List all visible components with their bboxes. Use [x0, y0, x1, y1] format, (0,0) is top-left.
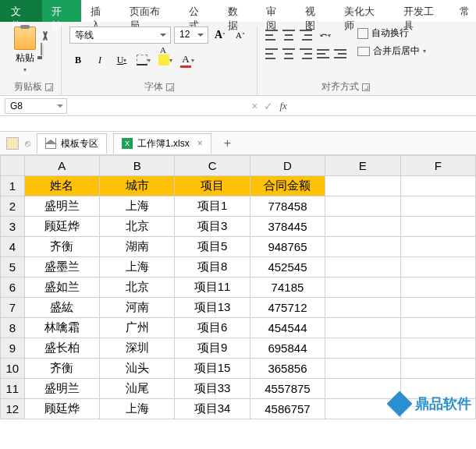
decrease-indent-icon[interactable]	[317, 48, 329, 59]
sheet-grid[interactable]: A B C D E F 1 姓名 城市 项目 合同金额 2盛明兰上海项目1778…	[0, 155, 476, 419]
cell[interactable]: 齐衡	[24, 237, 99, 257]
font-size-select[interactable]: 12	[174, 27, 208, 44]
cell[interactable]: 上海	[100, 196, 175, 217]
row-header[interactable]: 12	[1, 399, 25, 419]
col-header[interactable]: C	[175, 156, 250, 176]
align-right-icon[interactable]	[300, 48, 312, 59]
increase-indent-icon[interactable]	[334, 48, 346, 59]
cell[interactable]	[400, 298, 475, 318]
tab-data[interactable]: 数据	[218, 0, 258, 22]
cell[interactable]	[325, 237, 400, 257]
cell[interactable]: 778458	[250, 196, 325, 217]
tab-dev[interactable]: 开发工具	[394, 0, 453, 22]
cell[interactable]	[325, 359, 400, 379]
cell[interactable]: 顾廷烨	[24, 217, 99, 237]
new-tab-button[interactable]: +	[218, 133, 237, 154]
row-header[interactable]: 8	[1, 318, 25, 338]
paste-label[interactable]: 粘贴	[16, 51, 34, 65]
tab-workbook1[interactable]: X 工作簿1.xlsx ×	[113, 133, 211, 154]
cell[interactable]: 4557875	[250, 379, 325, 399]
valign-middle-icon[interactable]	[282, 30, 295, 41]
tab-template-zone[interactable]: 模板专区	[37, 133, 107, 154]
cell[interactable]: 454544	[250, 318, 325, 338]
cell[interactable]: 北京	[100, 217, 175, 237]
tab-beautify[interactable]: 美化大师	[335, 0, 394, 22]
cell[interactable]	[325, 257, 400, 278]
cell[interactable]: 林噙霜	[24, 318, 99, 338]
cell[interactable]: 盛明兰	[24, 196, 99, 217]
tab-file[interactable]: 文件	[0, 0, 42, 22]
cell[interactable]: 湖南	[100, 237, 175, 257]
row-header[interactable]: 11	[1, 379, 25, 399]
cell[interactable]	[400, 318, 475, 338]
cell[interactable]: 365856	[250, 359, 325, 379]
col-header[interactable]: D	[250, 156, 325, 176]
cell[interactable]	[325, 217, 400, 237]
col-header[interactable]: A	[24, 156, 99, 176]
row-header[interactable]: 6	[1, 278, 25, 298]
cell[interactable]	[325, 338, 400, 359]
cell[interactable]: 合同金额	[250, 176, 325, 196]
shrink-font-icon[interactable]: A˅	[232, 27, 249, 44]
cell[interactable]: 深圳	[100, 338, 175, 359]
tab-layout[interactable]: 页面布局	[120, 0, 179, 22]
cell[interactable]: 盛紘	[24, 298, 99, 318]
fx-icon[interactable]: fx	[279, 100, 286, 112]
cell[interactable]: 452545	[250, 257, 325, 278]
cell[interactable]: 盛墨兰	[24, 257, 99, 278]
italic-button[interactable]: I	[91, 51, 108, 69]
row-header[interactable]: 1	[1, 176, 25, 196]
cell[interactable]: 378445	[250, 217, 325, 237]
cell[interactable]	[325, 196, 400, 217]
copy-icon[interactable]	[41, 43, 42, 55]
cell[interactable]	[325, 379, 400, 399]
cell[interactable]: 项目5	[175, 237, 250, 257]
cell[interactable]: 姓名	[24, 176, 99, 196]
cell[interactable]: 项目34	[175, 399, 250, 419]
cell[interactable]	[400, 379, 475, 399]
cell[interactable]	[325, 399, 400, 419]
new-doc-icon[interactable]	[6, 137, 19, 150]
cell[interactable]	[400, 257, 475, 278]
cell[interactable]: 上海	[100, 257, 175, 278]
align-left-icon[interactable]	[265, 48, 278, 59]
fill-color-icon[interactable]: ▾	[157, 51, 174, 69]
dialog-launcher-icon[interactable]	[45, 83, 53, 91]
cell[interactable]: 北京	[100, 278, 175, 298]
cell[interactable]: 齐衡	[24, 359, 99, 379]
wrap-text-button[interactable]: 自动换行	[357, 27, 426, 40]
cut-icon[interactable]	[39, 30, 52, 42]
cell[interactable]	[400, 359, 475, 379]
cell[interactable]: 695844	[250, 338, 325, 359]
cell[interactable]: 广州	[100, 318, 175, 338]
cell[interactable]	[325, 176, 400, 196]
formula-input[interactable]	[293, 104, 476, 108]
tab-formula[interactable]: 公式	[179, 0, 218, 22]
row-header[interactable]: 3	[1, 217, 25, 237]
cell[interactable]: 项目33	[175, 379, 250, 399]
cell[interactable]: 项目13	[175, 298, 250, 318]
cell[interactable]: 项目8	[175, 257, 250, 278]
cell[interactable]	[400, 399, 475, 419]
cell[interactable]	[400, 176, 475, 196]
cell[interactable]: 顾廷烨	[24, 399, 99, 419]
row-header[interactable]: 10	[1, 359, 25, 379]
paste-icon[interactable]	[14, 27, 36, 50]
merge-center-button[interactable]: 合并后居中▾	[357, 44, 426, 58]
cell[interactable]: 项目11	[175, 278, 250, 298]
row-header[interactable]: 9	[1, 338, 25, 359]
chevron-down-icon[interactable]: ▾	[23, 66, 27, 73]
cell[interactable]: 项目	[175, 176, 250, 196]
cell[interactable]	[400, 278, 475, 298]
cell[interactable]: 4586757	[250, 399, 325, 419]
cell[interactable]	[325, 298, 400, 318]
font-name-select[interactable]: 等线	[69, 27, 171, 44]
cell[interactable]: 475712	[250, 298, 325, 318]
cell[interactable]: 74185	[250, 278, 325, 298]
dialog-launcher-icon[interactable]	[166, 83, 174, 91]
cell[interactable]: 项目3	[175, 217, 250, 237]
cell[interactable]	[400, 338, 475, 359]
dialog-launcher-icon[interactable]	[362, 83, 370, 91]
cell[interactable]: 盛明兰	[24, 379, 99, 399]
close-tab-icon[interactable]: ×	[197, 138, 203, 149]
